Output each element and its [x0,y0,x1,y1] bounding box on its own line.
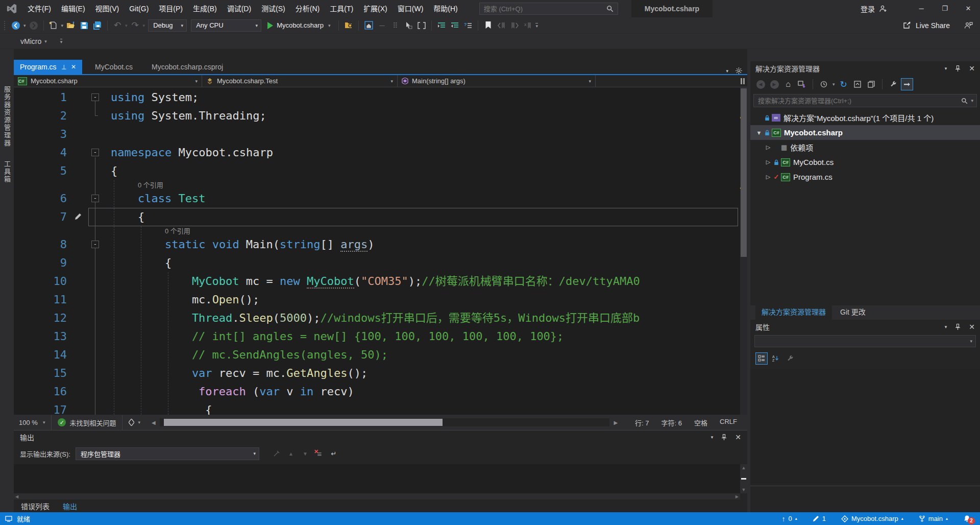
hscroll-left-icon[interactable]: ◀ [148,420,160,425]
tool-window-tab[interactable]: 服务器资源管理器 [2,86,12,147]
switch-views-icon[interactable] [796,78,808,90]
save-all-icon[interactable] [92,20,103,31]
panel-dropdown-icon[interactable]: ▾ [711,435,714,440]
document-well-options-icon[interactable] [736,67,742,74]
toolbar-overflow-icon[interactable]: ▾ [535,23,538,28]
right-dock-tab[interactable]: Git 更改 [834,304,872,320]
space-indicator[interactable]: 空格 [688,418,714,427]
close-panel-icon[interactable]: ✕ [969,64,975,73]
minimize-button[interactable]: ─ [910,0,933,17]
pin-icon[interactable] [721,434,727,440]
properties-object-combo[interactable]: ▾ [754,335,976,347]
search-icon[interactable] [606,5,614,12]
code-line[interactable]: 10MyCobot mc = new MyCobot("COM35");//树莓… [14,272,747,291]
eol-indicator[interactable]: CRLF [714,418,743,427]
code-line[interactable]: 16foreach (var v in recv) [14,383,747,401]
solution-home-icon[interactable] [363,20,374,31]
code-line[interactable]: 14// mc.SendAngles(angles, 50); [14,346,747,364]
pin-tab-icon[interactable]: ⊣ [60,64,67,69]
tool-window-tab[interactable]: 工具箱 [2,160,12,183]
repository-button[interactable]: Mycobot.csharp ▴ [841,515,903,522]
type-dropdown[interactable]: Mycobot.csharp.Test ▾ [202,75,398,87]
hscroll-right-icon[interactable]: ▶ [609,420,622,425]
zoom-combo[interactable]: 100 % ▾ [14,419,51,426]
menu-item[interactable]: 文件(F) [22,5,56,13]
scrollbar-thumb[interactable] [741,88,747,257]
code-block-icon[interactable] [416,20,427,31]
collapse-all-icon[interactable] [851,78,864,90]
filter-dropdown-icon[interactable]: ▾ [832,82,835,87]
fold-toggle-icon[interactable]: - [91,195,99,202]
output-scroll-right-icon[interactable]: ▶ [736,494,739,499]
menu-item[interactable]: 生成(B) [188,5,222,13]
code-line[interactable]: 2using System.Threading; [14,107,747,125]
find-in-files-icon[interactable] [343,20,354,31]
start-debugging-button[interactable]: Mycobot.csharp ▾ [267,21,331,29]
new-project-dropdown-icon[interactable]: ▾ [61,23,64,28]
project-dropdown[interactable]: C# Mycobot.csharp ▾ [14,75,202,87]
code-line[interactable]: 5{ [14,162,747,180]
menu-item[interactable]: 项目(P) [154,5,188,13]
refresh-icon[interactable]: ↻ [838,78,850,90]
cursor-select-icon[interactable] [403,20,414,31]
code-line[interactable]: 11mc.Open(); [14,291,747,309]
fold-toggle-icon[interactable]: - [91,241,99,248]
output-vscrollbar[interactable]: ▲ ▼ [740,464,747,493]
menu-item[interactable]: 帮助(H) [428,5,462,13]
close-button[interactable]: ✕ [957,0,980,17]
menu-item[interactable]: 编辑(E) [56,5,90,13]
code-line[interactable]: 1-using System; [14,88,747,107]
save-icon[interactable] [79,20,90,31]
expanded-arrow-icon[interactable]: ▼ [754,130,764,136]
word-wrap-icon[interactable]: ↵ [328,447,340,460]
navigate-backward-icon[interactable] [10,20,21,31]
document-health-indicator[interactable]: ✓ 未找到相关问题 [52,418,122,427]
sort-usings-icon[interactable]: ? [462,20,474,31]
vmicro-dropdown-icon[interactable]: ▾ [44,39,47,44]
tree-item[interactable]: ▼C#Mycobot.csharp [750,125,980,140]
document-well-dropdown-icon[interactable]: ▾ [726,68,728,74]
explorer-home-icon[interactable]: ⌂ [782,78,794,90]
preview-selected-items-icon[interactable] [901,78,913,90]
sign-in-button[interactable]: 登录 [861,4,887,14]
menu-item[interactable]: 扩展(X) [358,5,393,13]
output-content[interactable]: ▲ ▼ [14,464,747,493]
menu-item[interactable]: 测试(S) [256,5,290,13]
search-input[interactable] [480,5,606,13]
code-line[interactable]: 4-namespace Mycobot.csharp [14,144,747,162]
output-scroll-down-icon[interactable]: ▼ [742,487,746,492]
panel-dropdown-icon[interactable]: ▾ [945,66,947,71]
outdent-icon[interactable] [449,20,460,31]
run-dropdown-icon[interactable]: ▾ [328,23,331,28]
vmicro-menu[interactable]: vMicro [20,37,41,45]
right-dock-tab[interactable]: 解决方案资源管理器 [755,304,832,320]
tree-item[interactable]: ▷✓C#Program.cs [750,170,980,184]
code-line[interactable]: 7{ [14,208,747,226]
properties-wrench-icon[interactable] [887,78,899,90]
close-panel-icon[interactable]: ✕ [735,433,741,441]
menu-item[interactable]: 窗口(W) [393,5,429,13]
editor-tab[interactable]: MyCobot.cs [89,60,139,74]
dock-tab[interactable]: 输出 [63,501,77,511]
menu-item[interactable]: 分析(N) [290,5,325,13]
output-hscrollbar[interactable]: ◀ ▶ [14,493,740,499]
solution-configuration-combo[interactable]: Debug▾ [148,19,187,32]
solution-explorer-search[interactable]: ▾ [753,94,977,107]
background-tasks-icon[interactable] [5,516,12,522]
editor-vertical-scrollbar[interactable] [740,87,747,415]
incoming-commits-button[interactable]: ↑ 0 ▴ [782,515,797,523]
quick-search-box[interactable] [479,3,618,15]
tree-item[interactable]: ▷▦依赖项 [750,140,980,155]
close-tab-icon[interactable]: ✕ [71,63,76,70]
show-all-files-icon[interactable] [865,78,877,90]
code-line[interactable]: 15var recv = mc.GetAngles(); [14,364,747,383]
collapsed-arrow-icon[interactable]: ▷ [764,174,773,180]
codelens-references[interactable]: 0 个引用 [138,181,163,190]
hscroll-thumb[interactable] [164,419,443,426]
restore-button[interactable]: ❐ [933,0,957,17]
solution-platform-combo[interactable]: Any CPU▾ [191,19,261,32]
properties-grid[interactable] [750,369,980,484]
menu-item[interactable]: Git(G) [124,5,154,13]
vmicro-overflow-icon[interactable]: ▾ [60,39,63,44]
new-project-icon[interactable] [48,20,59,31]
